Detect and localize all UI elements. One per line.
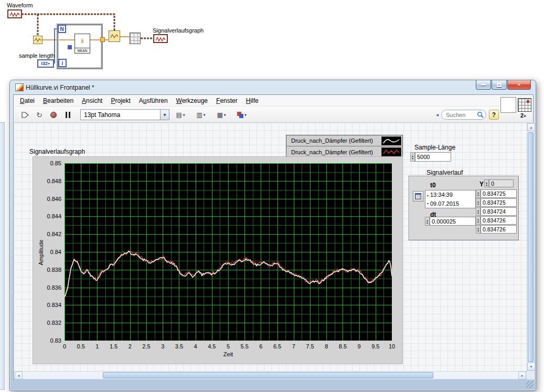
- resize-objects-dropdown[interactable]: ▦▼: [212, 109, 231, 121]
- t0-control[interactable]: ▴13:34:39 ▾09.07.2015: [425, 190, 476, 208]
- font-selector-value: 13pt Tahoma: [81, 111, 160, 119]
- menu-bearbeiten[interactable]: Bearbeiten: [39, 96, 78, 106]
- increment-arrow-icon[interactable]: ▴: [425, 193, 430, 197]
- dt-control[interactable]: ▴▾ 0.000025: [425, 217, 476, 226]
- loop-terminal: [68, 45, 72, 49]
- resize-grip[interactable]: [526, 381, 534, 388]
- waveform-icon: [110, 33, 119, 39]
- graph-terminal-label: Signalverlaufsgraph: [153, 27, 204, 34]
- graph-indicator-terminal[interactable]: [153, 34, 168, 43]
- plot-sample[interactable]: [381, 147, 401, 156]
- vi-connector-icon[interactable]: [518, 98, 531, 112]
- pause-button[interactable]: [61, 109, 74, 121]
- t0-time-value[interactable]: 13:34:39: [430, 192, 453, 198]
- search-collapse-arrow[interactable]: ◂: [436, 112, 439, 118]
- t0-date-value[interactable]: 09.07.2015: [430, 200, 459, 207]
- horizontal-scrollbar[interactable]: ◂ ▸: [14, 371, 527, 379]
- plot-sample[interactable]: [381, 136, 401, 145]
- close-button[interactable]: ✕: [507, 80, 531, 90]
- align-objects-dropdown[interactable]: ▤▼: [171, 109, 190, 121]
- sample-length-label: Sample-Länge: [414, 144, 455, 151]
- abort-button[interactable]: [47, 109, 60, 121]
- graph-caption: Signalverlaufsgraph: [29, 148, 85, 155]
- menu-werkzeuge[interactable]: Werkzeuge: [172, 96, 212, 106]
- y-value-field[interactable]: 0.834726: [481, 216, 517, 225]
- increment-decrement-spinner[interactable]: ▴▾: [476, 225, 481, 234]
- title-bar[interactable]: Hüllkurve.vi Frontpanel * ✕: [10, 80, 536, 94]
- connector-cell: [527, 100, 529, 103]
- y-value-field[interactable]: 0.834726: [481, 225, 517, 234]
- loop-count-terminal[interactable]: N: [58, 25, 66, 33]
- scroll-down-button[interactable]: ▾: [527, 363, 535, 370]
- y-array-element[interactable]: ▴▾0.834725: [476, 189, 517, 198]
- increment-decrement-spinner[interactable]: ▴▾: [476, 216, 481, 225]
- run-button[interactable]: [19, 109, 31, 121]
- front-panel: Signalverlaufsgraph Druck_nach_Dämpfer (…: [14, 123, 527, 371]
- search-box[interactable]: [441, 110, 486, 120]
- mean-node[interactable]: x̄ MEAN: [74, 34, 90, 54]
- icon-pane-blank[interactable]: [500, 97, 516, 113]
- chevron-down-icon: ▼: [224, 113, 226, 116]
- decrement-arrow-icon[interactable]: ▾: [425, 202, 430, 205]
- y-value-field[interactable]: 0.834725: [481, 198, 517, 207]
- y-array-element[interactable]: ▴▾0.834726: [476, 225, 517, 234]
- legend-item[interactable]: Druck_nach_Dämpfer (Gefiltert): [286, 135, 402, 146]
- sample-length-value[interactable]: 5000: [415, 152, 451, 162]
- scroll-up-button[interactable]: ▴: [527, 123, 535, 131]
- y-value-field[interactable]: 0.834725: [481, 189, 517, 198]
- y-array-element[interactable]: ▴▾0.834725: [476, 198, 517, 207]
- y-value-field[interactable]: 0.834724: [481, 207, 517, 216]
- vertical-scrollbar[interactable]: ▴ ▾: [527, 123, 535, 371]
- increment-decrement-spinner[interactable]: ▴▾: [484, 179, 489, 187]
- run-continuous-button[interactable]: ↻: [33, 109, 46, 121]
- increment-decrement-spinner[interactable]: ▴▾: [425, 217, 430, 226]
- font-selector[interactable]: 13pt Tahoma ▼: [80, 109, 169, 120]
- waveform-label: Waveform: [7, 2, 33, 8]
- pause-icon: [66, 112, 67, 118]
- terminal-arrow-icon: ▸: [48, 61, 50, 66]
- plot-area[interactable]: [65, 163, 392, 341]
- scroll-right-button[interactable]: ▸: [518, 372, 526, 379]
- build-array-node[interactable]: [130, 33, 141, 44]
- sample-length-control[interactable]: ▴▾ 5000: [410, 152, 451, 162]
- y-index-value[interactable]: 0: [489, 179, 514, 187]
- menu-datei[interactable]: Datei: [16, 96, 39, 106]
- menu-ansicht[interactable]: Ansicht: [78, 96, 106, 106]
- waveform-icon: [34, 37, 41, 43]
- chevron-down-icon: ▼: [204, 113, 206, 116]
- increment-decrement-spinner[interactable]: ▴▾: [476, 207, 481, 216]
- increment-decrement-spinner[interactable]: ▴▾: [476, 198, 481, 207]
- build-waveform-node[interactable]: [109, 30, 120, 42]
- menu-hilfe[interactable]: Hilfe: [242, 96, 263, 106]
- y-tick-label: 0.832: [35, 320, 61, 326]
- scroll-left-button[interactable]: ◂: [15, 372, 23, 379]
- sample-length-terminal[interactable]: I32▸: [37, 59, 54, 68]
- loop-iteration-terminal[interactable]: i: [58, 59, 67, 67]
- y-index-control[interactable]: ▴▾ 0: [484, 179, 514, 187]
- minimize-button[interactable]: [476, 80, 491, 90]
- legend-item[interactable]: Druck_nach_Dämpfer (Gefiltert): [286, 146, 402, 157]
- maximize-button[interactable]: [492, 80, 507, 90]
- chevron-down-icon[interactable]: ▼: [160, 110, 169, 120]
- context-help-button[interactable]: ?: [489, 110, 499, 120]
- distribute-objects-dropdown[interactable]: ▥▼: [191, 109, 210, 121]
- menu-bar: DateiBearbeitenAnsichtProjektAusführenWe…: [14, 96, 532, 107]
- scrollbar-track[interactable]: [527, 131, 534, 363]
- dt-value[interactable]: 0.000025: [430, 217, 476, 226]
- increment-decrement-spinner[interactable]: ▴▾: [476, 189, 481, 198]
- scrollbar-track[interactable]: [23, 372, 518, 379]
- menu-fenster[interactable]: Fenster: [212, 96, 242, 106]
- waveform-terminal[interactable]: [7, 9, 22, 18]
- y-array-element[interactable]: ▴▾0.834726: [476, 216, 517, 225]
- calendar-button[interactable]: [413, 191, 423, 202]
- scrollbar-thumb[interactable]: [103, 372, 433, 378]
- y-array-element[interactable]: ▴▾0.834724: [476, 207, 517, 216]
- scrollbar-thumb[interactable]: [528, 132, 534, 362]
- run-continuous-icon: ↻: [36, 111, 42, 119]
- reorder-dropdown[interactable]: ▼: [232, 109, 251, 121]
- menu-ausfhren[interactable]: Ausführen: [135, 96, 172, 106]
- menu-projekt[interactable]: Projekt: [106, 96, 134, 106]
- get-waveform-y-node[interactable]: [33, 36, 42, 44]
- increment-decrement-spinner[interactable]: ▴▾: [410, 152, 415, 162]
- align-objects-icon: ▤: [176, 111, 182, 119]
